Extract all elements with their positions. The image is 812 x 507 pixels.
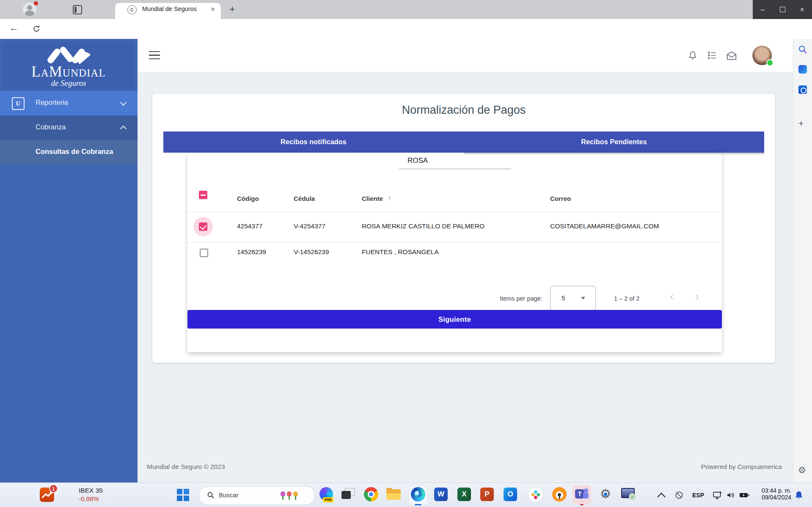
column-header-cedula[interactable]: Cédula (294, 195, 315, 202)
file-explorer-icon[interactable] (386, 488, 401, 501)
page-range-label: 1 – 2 of 2 (614, 295, 639, 302)
display-cast-icon[interactable] (713, 491, 723, 501)
chrome-icon[interactable] (364, 487, 378, 502)
select-all-checkbox[interactable] (199, 191, 207, 199)
sidebar-item-label: Reporteria (36, 99, 68, 107)
tab-group: Recibos notificados Recibos Pendientes (163, 132, 764, 153)
outlook-icon[interactable]: O (504, 488, 517, 501)
cell-cedula: V-4254377 (294, 222, 325, 230)
sort-asc-icon[interactable]: ↑ (388, 194, 391, 201)
volume-icon[interactable] (726, 491, 735, 501)
teams-icon[interactable]: T (575, 488, 589, 501)
company-logo: LaMundial de Seguros (3, 41, 135, 89)
next-page-icon[interactable]: › (695, 290, 699, 303)
hamburger-menu-icon[interactable] (149, 51, 160, 59)
chevron-up-icon (120, 126, 127, 132)
profile-head (27, 5, 32, 10)
onedrive-paused-icon[interactable] (674, 491, 684, 502)
clock-date[interactable]: 03:44 p. m. 09/04/2024 (754, 487, 791, 501)
row-checkbox[interactable] (200, 249, 208, 257)
refresh-icon[interactable] (32, 25, 41, 35)
settings-gear-icon[interactable]: ⚙ (598, 485, 613, 502)
edge-sidebar: + ⚙ (793, 39, 812, 482)
items-per-page-label: Items per page: (500, 295, 542, 302)
tray-time: 03:44 p. m. (754, 487, 791, 494)
teams-running-indicator (580, 504, 584, 505)
browser-toolbar: ← https://sys2000.lamundialdeseguros.com… (0, 19, 812, 39)
cell-cedula: V-14526239 (294, 248, 329, 256)
siguiente-button[interactable]: Siguiente (187, 310, 722, 329)
online-status-dot (766, 59, 773, 66)
footer-powered-by: Powered by Compuamerica (508, 463, 782, 471)
widget-title: IBEX 35 (79, 487, 103, 494)
sidebar-item-label: Cobranza (36, 123, 66, 131)
widgets-button[interactable]: 1 IBEX 35 -0,88% (38, 486, 140, 504)
column-header-codigo[interactable]: Código (237, 195, 259, 202)
taskbar: 1 IBEX 35 -0,88% Buscar PRE (0, 482, 812, 507)
widget-change: -0,88% (79, 495, 99, 502)
slack-icon[interactable] (528, 487, 543, 502)
logo-tagline: de Seguros (3, 79, 135, 88)
page-size-select[interactable]: 5 (550, 286, 596, 310)
maximize-button[interactable] (773, 0, 793, 19)
openvpn-icon[interactable] (552, 487, 567, 502)
previous-page-icon[interactable]: ‹ (670, 290, 674, 303)
page-title: Normalización de Pagos (152, 104, 775, 117)
search-icon (207, 491, 215, 501)
table-row: 14526239 V-14526239 FUENTES , ROSANGELA (187, 242, 722, 273)
start-button[interactable] (177, 489, 190, 502)
edge-icon[interactable] (411, 487, 425, 502)
app-sidebar: LaMundial de Seguros U Reporteria Cobran… (0, 39, 138, 482)
copilot-taskbar-icon[interactable]: PRE (319, 487, 333, 501)
cell-correo: COSITADELAMARRE@GMAIL.COM (550, 222, 659, 230)
footer-copyright: Mundial de Seguro © 2023 (147, 463, 225, 471)
powerpoint-icon[interactable]: P (480, 488, 494, 501)
logo-name: LaMundial (3, 63, 135, 80)
sidebar-search-icon[interactable] (798, 45, 807, 56)
minimize-button[interactable]: – (753, 0, 773, 19)
battery-icon[interactable] (739, 492, 750, 500)
outlook-o (801, 88, 806, 93)
column-header-cliente[interactable]: Cliente (362, 195, 383, 202)
browser-titlebar: C Mundial de Seguros × + – × (0, 0, 812, 19)
task-list-icon[interactable] (707, 50, 718, 63)
tray-date: 09/04/2024 (754, 494, 791, 501)
sidebar-add-icon[interactable]: + (798, 118, 804, 129)
close-button[interactable]: × (792, 0, 812, 19)
maximize-icon (780, 7, 785, 12)
edge-running-indicator (415, 504, 421, 505)
chevron-down-icon (120, 99, 127, 106)
tab-actions-bar (74, 7, 77, 13)
language-indicator[interactable]: ESP (692, 492, 704, 499)
new-tab-button[interactable]: + (227, 3, 238, 15)
logo-mark-icon (39, 45, 98, 65)
word-icon[interactable]: W (434, 488, 448, 501)
row-checkbox[interactable] (199, 222, 207, 231)
sidebar-settings-gear-icon[interactable]: ⚙ (798, 465, 806, 475)
sidebar-outlook-icon[interactable] (798, 85, 807, 94)
tray-expand-chevron-icon[interactable] (657, 493, 666, 501)
tulips-icon (280, 491, 299, 498)
notifications-bell-icon[interactable] (687, 50, 698, 63)
cell-cliente: FUENTES , ROSANGELA (362, 248, 439, 256)
tab-close-icon[interactable]: × (208, 5, 217, 14)
screen: C Mundial de Seguros × + – × ← https://s… (0, 0, 812, 507)
copilot-pre-badge: PRE (323, 497, 333, 502)
remote-desktop-icon[interactable]: x (621, 488, 635, 500)
column-header-correo[interactable]: Correo (550, 195, 571, 202)
task-view-icon[interactable] (341, 488, 355, 501)
client-filter-input[interactable]: ROSA (399, 155, 511, 169)
notifications-tray-bell-icon[interactable] (795, 490, 803, 502)
sidebar-item-reporteria[interactable]: U Reporteria (0, 91, 138, 115)
sidebar-m365-icon[interactable] (798, 65, 807, 74)
tab-actions-icon[interactable] (73, 5, 82, 14)
tab-recibos-pendientes[interactable]: Recibos Pendientes (464, 132, 764, 153)
filter-value: ROSA (407, 156, 428, 165)
mail-icon[interactable] (726, 50, 738, 63)
sidebar-item-consultas-de-cobranza[interactable]: Consultas de Cobranza (0, 140, 138, 164)
sidebar-item-cobranza[interactable]: Cobranza (0, 115, 138, 140)
back-icon[interactable]: ← (9, 22, 19, 33)
taskbar-search[interactable]: Buscar (199, 486, 315, 505)
tab-recibos-notificados[interactable]: Recibos notificados (163, 132, 464, 153)
excel-icon[interactable]: X (457, 488, 471, 501)
